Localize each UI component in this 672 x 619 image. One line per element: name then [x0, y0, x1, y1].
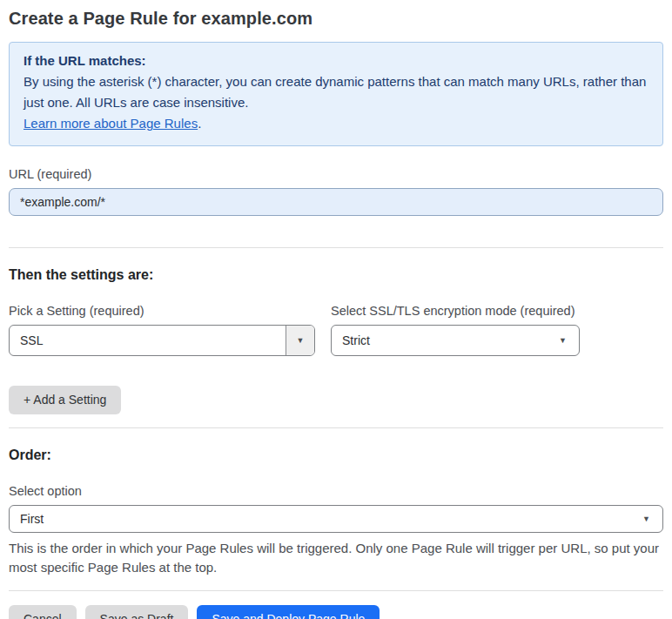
divider-after-url [9, 247, 663, 248]
pick-setting-select[interactable]: SSL ▼ [9, 325, 315, 356]
chevron-down-icon: ▼ [559, 337, 567, 345]
settings-selects-row: Pick a Setting (required) SSL ▼ Select S… [9, 283, 663, 356]
pick-setting-selected-value: SSL [10, 326, 286, 355]
order-select[interactable]: First ▼ [9, 505, 663, 533]
pick-setting-dropdown-button[interactable]: ▼ [286, 326, 314, 355]
order-selected-value: First [20, 512, 44, 526]
add-setting-row: + Add a Setting [9, 386, 663, 414]
url-field-label: URL (required) [9, 165, 663, 183]
settings-section-heading: Then the settings are: [9, 267, 663, 283]
encryption-mode-select[interactable]: Strict ▼ [331, 325, 580, 356]
cancel-button[interactable]: Cancel [9, 605, 77, 619]
encryption-mode-column: Select SSL/TLS encryption mode (required… [331, 283, 580, 356]
footer-buttons: Cancel Save as Draft Save and Deploy Pag… [9, 605, 663, 619]
link-period: . [198, 116, 201, 131]
encryption-mode-selected-value: Strict [342, 333, 370, 347]
encryption-mode-label: Select SSL/TLS encryption mode (required… [331, 302, 580, 320]
url-match-info-box: If the URL matches: By using the asteris… [9, 42, 663, 146]
info-box-body: By using the asterisk (*) character, you… [24, 71, 648, 113]
save-draft-button[interactable]: Save as Draft [85, 605, 189, 619]
page-title: Create a Page Rule for example.com [9, 7, 663, 30]
info-box-heading: If the URL matches: [24, 50, 648, 71]
chevron-down-icon: ▼ [297, 337, 305, 345]
url-input[interactable] [9, 188, 663, 216]
info-link-line: Learn more about Page Rules. [24, 113, 648, 134]
order-help-text: This is the order in which your Page Rul… [9, 539, 663, 577]
divider-before-footer [9, 590, 663, 591]
save-deploy-button[interactable]: Save and Deploy Page Rule [197, 605, 380, 619]
add-setting-button[interactable]: + Add a Setting [9, 386, 121, 414]
chevron-down-icon: ▼ [642, 515, 650, 523]
pick-setting-label: Pick a Setting (required) [9, 302, 315, 320]
order-section-heading: Order: [9, 447, 663, 463]
divider-after-settings [9, 427, 663, 428]
learn-more-link[interactable]: Learn more about Page Rules [24, 116, 198, 131]
order-select-label: Select option [9, 482, 663, 500]
create-page-rule-form: Create a Page Rule for example.com If th… [0, 0, 672, 619]
pick-setting-column: Pick a Setting (required) SSL ▼ [9, 283, 315, 356]
